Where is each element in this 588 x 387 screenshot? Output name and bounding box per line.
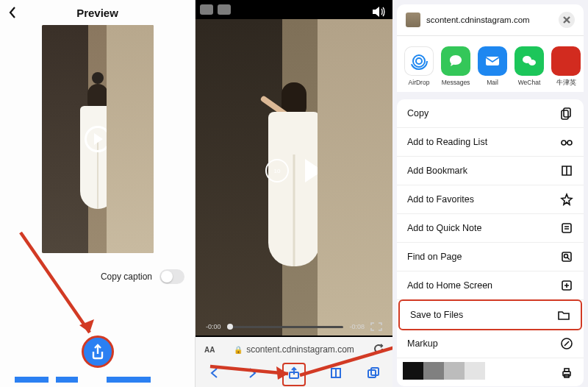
reload-button[interactable] xyxy=(373,344,384,356)
action-glasses[interactable]: Add to Reading List xyxy=(397,128,584,157)
svg-point-21 xyxy=(564,255,568,258)
time-current: -0:00 xyxy=(206,323,221,330)
action-label: Add to Favorites xyxy=(407,194,474,205)
action-book[interactable]: Add Bookmark xyxy=(397,157,584,185)
action-label: Add to Home Screen xyxy=(407,280,492,291)
note-icon xyxy=(560,221,573,235)
star-icon xyxy=(560,193,573,206)
folder-icon xyxy=(557,308,570,322)
reader-button[interactable]: AA xyxy=(204,346,215,354)
fullscreen-icon[interactable] xyxy=(370,322,382,331)
action-label: Add to Quick Note xyxy=(407,223,481,233)
svg-point-9 xyxy=(416,58,422,64)
action-label: Copy xyxy=(407,108,429,118)
plus-box-icon xyxy=(560,279,573,292)
play-icon[interactable] xyxy=(85,126,111,152)
lock-icon: 🔒 xyxy=(234,346,243,354)
action-pen[interactable]: Markup xyxy=(397,330,584,358)
media-thumbnail[interactable] xyxy=(42,25,154,253)
play-button[interactable] xyxy=(305,159,323,182)
safari-share-button[interactable] xyxy=(282,363,306,386)
share-targets-row: AirDrop Messages Mail WeChat 牛津英 xyxy=(397,36,584,92)
svg-rect-19 xyxy=(562,224,571,232)
pip-controls[interactable] xyxy=(200,4,231,15)
share-sheet-header: scontent.cdninstagram.com xyxy=(397,4,584,36)
address-domain: scontent.cdninstagram.com xyxy=(246,344,354,355)
action-plus-box[interactable]: Add to Home Screen xyxy=(397,271,584,300)
action-folder[interactable]: Save to Files xyxy=(398,299,582,330)
share-other-app[interactable]: 牛津英 xyxy=(551,46,581,88)
time-remaining: -0:08 xyxy=(349,323,365,330)
action-label: Markup xyxy=(407,338,438,349)
share-button[interactable] xyxy=(82,335,114,368)
bottom-strip xyxy=(15,377,180,383)
address-bar[interactable]: AA 🔒 scontent.cdninstagram.com xyxy=(196,337,392,362)
action-find[interactable]: Find on Page xyxy=(397,243,584,271)
preview-header: Preview xyxy=(0,0,195,25)
video-area[interactable]: 10 xyxy=(196,19,392,335)
svg-rect-16 xyxy=(562,110,568,119)
svg-rect-15 xyxy=(564,108,570,117)
action-label: Find on Page xyxy=(407,252,462,262)
svg-point-10 xyxy=(413,55,425,67)
safari-toolbar xyxy=(196,362,392,387)
action-copy[interactable]: Copy xyxy=(397,99,584,128)
action-note[interactable]: Add to Quick Note xyxy=(397,214,584,243)
action-label: Save to Files xyxy=(410,310,463,320)
playback-controls: 10 xyxy=(265,159,323,182)
svg-point-17 xyxy=(562,141,566,145)
svg-point-18 xyxy=(567,141,572,145)
rewind-button[interactable]: 10 xyxy=(265,159,289,182)
copy-caption-label: Copy caption xyxy=(101,271,152,282)
close-button[interactable] xyxy=(559,12,575,28)
copy-icon xyxy=(560,107,573,120)
preview-title: Preview xyxy=(76,7,118,19)
share-thumbnail-icon xyxy=(406,13,420,27)
tabs-button[interactable] xyxy=(366,366,381,383)
svg-rect-12 xyxy=(486,57,499,65)
color-swatches xyxy=(403,362,485,380)
svg-rect-25 xyxy=(564,369,569,372)
share-wechat[interactable]: WeChat xyxy=(514,46,544,88)
share-domain: scontent.cdninstagram.com xyxy=(426,15,530,24)
svg-marker-1 xyxy=(79,319,94,333)
preview-screen: Preview Copy caption xyxy=(0,0,196,387)
back-button[interactable] xyxy=(7,6,18,21)
svg-point-14 xyxy=(528,60,536,65)
book-icon xyxy=(560,164,573,177)
action-label: Add to Reading List xyxy=(407,137,487,147)
share-sheet: scontent.cdninstagram.com AirDrop Messag… xyxy=(392,0,588,387)
action-star[interactable]: Add to Favorites xyxy=(397,185,584,214)
share-mail[interactable]: Mail xyxy=(478,46,507,88)
volume-icon[interactable] xyxy=(372,6,385,18)
glasses-icon xyxy=(560,135,573,149)
copy-caption-row: Copy caption xyxy=(101,269,184,284)
svg-rect-20 xyxy=(562,252,571,261)
action-label: Add Bookmark xyxy=(407,166,467,176)
nav-back-button[interactable] xyxy=(207,366,222,383)
share-messages[interactable]: Messages xyxy=(441,46,470,88)
find-icon xyxy=(560,250,573,263)
share-airdrop[interactable]: AirDrop xyxy=(404,46,434,88)
progress-bar[interactable]: -0:00 -0:08 xyxy=(206,322,382,331)
copy-caption-toggle[interactable] xyxy=(159,269,184,284)
action-list: CopyAdd to Reading ListAdd BookmarkAdd t… xyxy=(397,99,584,386)
video-player-screen: 10 -0:00 -0:08 AA 🔒 scontent.cdninstagra… xyxy=(196,0,392,387)
bookmarks-button[interactable] xyxy=(329,366,343,383)
pen-icon xyxy=(560,337,573,350)
printer-icon xyxy=(560,366,573,379)
nav-forward-button[interactable] xyxy=(245,366,259,383)
